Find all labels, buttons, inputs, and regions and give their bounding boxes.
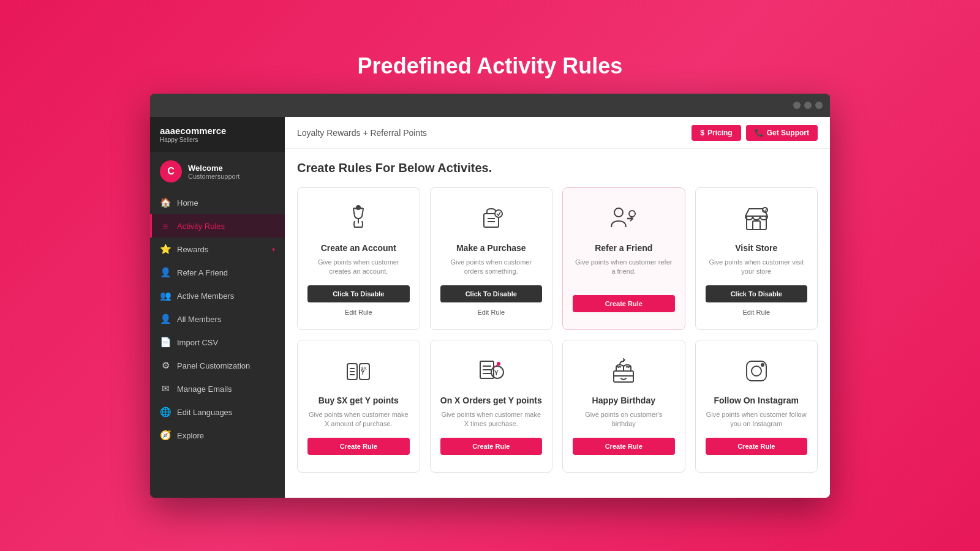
rewards-icon: ⭐ — [160, 244, 171, 255]
content-area: Create Rules For Below Activites. — [285, 149, 830, 498]
rule-card-create-account: Create an Account Give points when custo… — [297, 187, 420, 330]
edit-rule-button-create-account[interactable]: Edit Rule — [345, 307, 372, 317]
rule-card-make-purchase: Make a Purchase Give points when custome… — [430, 187, 553, 330]
support-label: Get Support — [767, 129, 809, 137]
rule-card-refer-friend: Refer a Friend Give points when customer… — [562, 187, 685, 330]
browser-window: aaaecommerce Happy Sellers C Welcome Cus… — [150, 94, 830, 498]
sidebar-item-active-members-label: Active Members — [177, 291, 234, 301]
card-desc-make-purchase: Give points when customer orders somethi… — [440, 258, 543, 277]
rewards-arrow-icon: ▾ — [272, 246, 275, 253]
disable-button-make-purchase[interactable]: Click To Disable — [440, 285, 543, 302]
create-button-follow-instagram[interactable]: Create Rule — [706, 438, 808, 455]
svg-text:$X: $X — [361, 365, 367, 371]
sidebar-item-all-members[interactable]: 👤 All Members — [150, 307, 285, 331]
home-icon: 🏠 — [160, 197, 171, 208]
welcome-label: Welcome — [188, 163, 239, 173]
user-info: Welcome Customersupport — [188, 163, 239, 180]
pricing-button[interactable]: $ Pricing — [692, 125, 741, 141]
browser-titlebar — [150, 94, 830, 117]
sidebar-item-languages-label: Edit Languages — [177, 408, 232, 417]
sidebar-item-activity-rules[interactable]: ≡ Activity Rules — [150, 214, 285, 238]
edit-rule-button-make-purchase[interactable]: Edit Rule — [477, 307, 505, 317]
follow-instagram-icon — [738, 353, 775, 389]
sidebar-item-all-members-label: All Members — [177, 315, 221, 324]
card-title-follow-instagram: Follow On Instagram — [714, 395, 799, 405]
active-members-icon: 👥 — [160, 290, 171, 301]
disable-button-visit-store[interactable]: Click To Disable — [706, 285, 808, 302]
sidebar-item-home[interactable]: 🏠 Home — [150, 191, 285, 214]
rule-card-follow-instagram: Follow On Instagram Give points when cus… — [695, 340, 818, 473]
card-desc-refer-friend: Give points when customer refer a friend… — [573, 258, 675, 287]
create-button-buy-x-get-y[interactable]: Create Rule — [307, 438, 410, 455]
sidebar-item-emails-label: Manage Emails — [177, 384, 232, 394]
disable-button-create-account[interactable]: Click To Disable — [307, 285, 410, 302]
card-desc-create-account: Give points when customer creates an acc… — [307, 258, 410, 277]
sidebar-item-explore-label: Explore — [177, 431, 204, 440]
rule-card-happy-birthday: Happy Birthday Give points on customer's… — [562, 340, 685, 473]
card-title-refer-friend: Refer a Friend — [595, 243, 652, 253]
sidebar-nav: 🏠 Home ≡ Activity Rules ⭐ Rewards ▾ 👤 Re… — [150, 191, 285, 498]
sidebar-item-edit-languages[interactable]: 🌐 Edit Languages — [150, 400, 285, 424]
rule-card-visit-store: Visit Store Give points when customer vi… — [695, 187, 818, 330]
support-button[interactable]: 📞 Get Support — [746, 125, 818, 141]
sidebar-item-activity-rules-label: Activity Rules — [177, 222, 225, 231]
panel-icon: ⚙ — [160, 360, 171, 371]
browser-dot-3 — [815, 102, 823, 109]
card-desc-on-x-orders: Give points when customer make X times p… — [440, 410, 543, 429]
svg-point-29 — [761, 364, 764, 366]
logo-sub: Happy Sellers — [160, 137, 275, 143]
edit-rule-button-visit-store[interactable]: Edit Rule — [742, 307, 770, 317]
visit-store-icon — [738, 200, 775, 237]
page-title: Predefined Activity Rules — [358, 53, 623, 79]
sidebar-item-import-csv[interactable]: 📄 Import CSV — [150, 331, 285, 354]
explore-icon: 🧭 — [160, 430, 171, 441]
card-desc-buy-x-get-y: Give points when customer make X amount … — [307, 410, 410, 429]
happy-birthday-icon — [605, 353, 642, 389]
import-csv-icon: 📄 — [160, 337, 171, 348]
sidebar-item-explore[interactable]: 🧭 Explore — [150, 424, 285, 447]
rule-card-on-x-orders: Y On X Orders get Y points Give points w… — [430, 340, 553, 473]
svg-point-4 — [495, 210, 502, 217]
content-heading: Create Rules For Below Activites. — [297, 161, 818, 175]
topbar-actions: $ Pricing 📞 Get Support — [692, 125, 818, 141]
svg-point-24 — [497, 362, 500, 365]
support-phone-icon: 📞 — [755, 129, 764, 137]
browser-dot-1 — [793, 102, 801, 109]
browser-dots — [793, 102, 823, 109]
refer-friend-icon — [605, 200, 642, 237]
svg-rect-7 — [747, 216, 766, 230]
topbar: Loyalty Rewards + Referral Points $ Pric… — [285, 117, 830, 149]
create-button-on-x-orders[interactable]: Create Rule — [440, 438, 543, 455]
create-button-happy-birthday[interactable]: Create Rule — [573, 438, 675, 455]
sidebar-item-rewards[interactable]: ⭐ Rewards ▾ — [150, 238, 285, 261]
buy-x-get-y-icon: Y $X — [340, 353, 377, 389]
card-title-buy-x-get-y: Buy $X get Y points — [318, 395, 399, 405]
sidebar-logo: aaaecommerce Happy Sellers — [150, 117, 285, 152]
card-desc-visit-store: Give points when customer visit your sto… — [706, 258, 808, 277]
card-title-on-x-orders: On X Orders get Y points — [440, 395, 542, 405]
sidebar-item-panel-label: Panel Customization — [177, 361, 250, 370]
sidebar: aaaecommerce Happy Sellers C Welcome Cus… — [150, 117, 285, 498]
main-content: Loyalty Rewards + Referral Points $ Pric… — [285, 117, 830, 498]
sidebar-item-panel-customization[interactable]: ⚙ Panel Customization — [150, 354, 285, 377]
make-purchase-icon — [473, 200, 510, 237]
topbar-title: Loyalty Rewards + Referral Points — [297, 128, 427, 138]
card-desc-follow-instagram: Give points when customer follow you on … — [706, 410, 808, 429]
rule-card-buy-x-get-y: Y $X Buy $X get Y points Give points whe… — [297, 340, 420, 473]
pricing-label: Pricing — [707, 129, 733, 137]
card-title-visit-store: Visit Store — [735, 243, 777, 253]
languages-icon: 🌐 — [160, 407, 171, 418]
create-button-refer-friend[interactable]: Create Rule — [573, 295, 675, 312]
svg-point-6 — [629, 211, 635, 217]
card-desc-happy-birthday: Give points on customer's birthday — [573, 410, 675, 429]
svg-rect-9 — [753, 221, 760, 230]
username-label: Customersupport — [188, 173, 239, 180]
sidebar-item-refer-a-friend[interactable]: 👤 Refer A Friend — [150, 261, 285, 284]
sidebar-item-manage-emails[interactable]: ✉ Manage Emails — [150, 377, 285, 400]
all-members-icon: 👤 — [160, 313, 171, 324]
svg-text:Y: Y — [494, 370, 499, 377]
sidebar-item-active-members[interactable]: 👥 Active Members — [150, 284, 285, 307]
sidebar-item-home-label: Home — [177, 198, 198, 208]
rules-grid: Create an Account Give points when custo… — [297, 187, 818, 473]
browser-body: aaaecommerce Happy Sellers C Welcome Cus… — [150, 117, 830, 498]
